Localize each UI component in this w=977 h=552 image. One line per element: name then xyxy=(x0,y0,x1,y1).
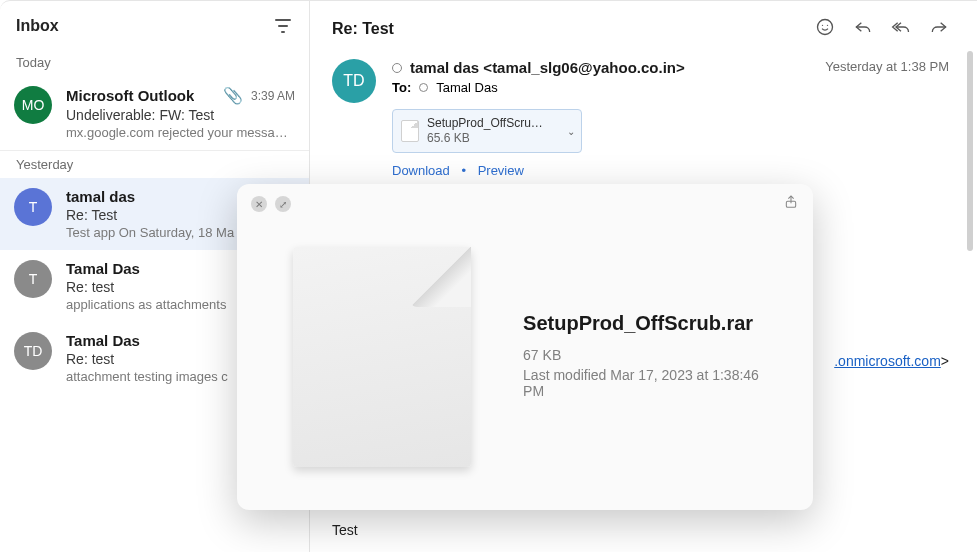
attachment-size: 65.6 KB xyxy=(427,131,470,145)
download-link[interactable]: Download xyxy=(392,163,450,178)
forward-icon[interactable] xyxy=(929,17,949,41)
to-label: To: xyxy=(392,80,411,95)
share-icon[interactable] xyxy=(783,194,799,214)
message-from: Tamal Das xyxy=(66,332,140,349)
svg-point-0 xyxy=(818,20,833,35)
message-preview: mx.google.com rejected your messa… xyxy=(66,125,295,140)
to-recipient: Tamal Das xyxy=(436,80,497,95)
scrollbar[interactable] xyxy=(967,51,973,251)
svg-point-1 xyxy=(822,25,823,26)
mail-subject: Re: Test xyxy=(332,20,394,38)
avatar: T xyxy=(14,260,52,298)
file-preview-icon xyxy=(293,247,471,467)
quicklook-size: 67 KB xyxy=(523,347,781,363)
message-subject: Undeliverable: FW: Test xyxy=(66,107,295,123)
react-icon[interactable] xyxy=(815,17,835,41)
presence-indicator-icon xyxy=(419,83,428,92)
quicklook-filename: SetupProd_OffScrub.rar xyxy=(523,312,781,335)
avatar: TD xyxy=(14,332,52,370)
quicklook-modified: Last modified Mar 17, 2023 at 1:38:46 PM xyxy=(523,367,781,399)
message-time: 3:39 AM xyxy=(251,89,295,103)
avatar: T xyxy=(14,188,52,226)
message-from: Microsoft Outlook xyxy=(66,87,194,104)
filter-icon[interactable] xyxy=(273,19,293,33)
attachment-name: SetupProd_OffScrub… xyxy=(427,116,547,131)
sender-name: tamal das <tamal_slg06@yahoo.co.in> xyxy=(410,59,685,76)
reply-icon[interactable] xyxy=(853,17,873,41)
section-label: Today xyxy=(0,49,309,76)
separator: • xyxy=(461,163,466,178)
close-button[interactable]: ✕ xyxy=(251,196,267,212)
fullscreen-button[interactable]: ⤢ xyxy=(275,196,291,212)
file-icon xyxy=(401,120,419,142)
message-from: tamal das xyxy=(66,188,135,205)
chevron-down-icon[interactable]: ⌄ xyxy=(567,126,575,137)
presence-indicator-icon xyxy=(392,63,402,73)
preview-link[interactable]: Preview xyxy=(478,163,524,178)
avatar: MO xyxy=(14,86,52,124)
body-link-fragment[interactable]: .onmicrosoft.com xyxy=(834,353,941,369)
mail-date: Yesterday at 1:38 PM xyxy=(825,59,949,74)
reply-all-icon[interactable] xyxy=(891,17,911,41)
quicklook-window: ✕ ⤢ SetupProd_OffScrub.rar 67 KB Last mo… xyxy=(237,184,813,510)
sender-avatar: TD xyxy=(332,59,376,103)
svg-point-2 xyxy=(827,25,828,26)
message-from: Tamal Das xyxy=(66,260,140,277)
mail-body-text: Test xyxy=(332,522,967,552)
attachment-chip[interactable]: SetupProd_OffScrub… 65.6 KB ⌄ xyxy=(392,109,582,153)
message-row[interactable]: MOMicrosoft Outlook📎3:39 AMUndeliverable… xyxy=(0,76,309,150)
section-label: Yesterday xyxy=(0,150,309,178)
folder-title: Inbox xyxy=(16,17,59,35)
attachment-icon: 📎 xyxy=(223,86,243,105)
